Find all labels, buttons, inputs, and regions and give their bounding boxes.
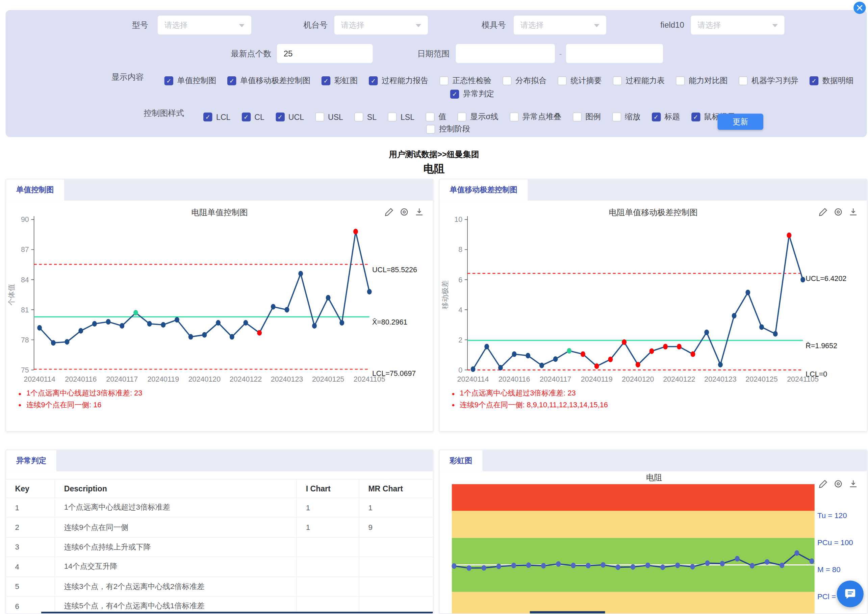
unchecked-box xyxy=(613,76,622,85)
date-range-separator: - xyxy=(557,44,564,63)
table-cell xyxy=(360,557,433,577)
edit-icon[interactable] xyxy=(818,479,828,489)
table-cell: 连续9个点在同一侧 xyxy=(55,518,297,537)
close-button[interactable] xyxy=(854,2,866,14)
checkbox-label: LCL xyxy=(216,112,230,121)
update-button[interactable]: 更新 xyxy=(718,114,763,130)
unchecked-box xyxy=(354,112,363,121)
svg-text:87: 87 xyxy=(21,245,29,254)
tab-anomaly-table[interactable]: 异常判定 xyxy=(6,450,56,471)
mrchart-canvas[interactable]: 0246810移动极差UCL=6.4202R̄=1.9652LCL=020240… xyxy=(440,214,868,397)
ichart-canvas[interactable]: 757881848790个体值UCL=85.5226X̄=80.2961LCL=… xyxy=(6,214,433,397)
tab-ichart[interactable]: 单值控制图 xyxy=(6,179,64,201)
download-icon[interactable] xyxy=(848,207,858,217)
svg-text:90: 90 xyxy=(21,216,29,223)
mrchart-panel: 单值移动极差控制图 电阻单值移动极差控制图 0246810移动极差UCL=6.4… xyxy=(439,179,868,432)
cutoff-content-sliver xyxy=(41,612,433,613)
chat-fab-button[interactable] xyxy=(837,581,863,607)
checkbox-LCL[interactable]: ✓LCL xyxy=(203,112,230,121)
checked-icon: ✓ xyxy=(322,76,330,85)
checkbox-数据明细[interactable]: ✓数据明细 xyxy=(809,76,854,86)
warning-text: 1个点远离中心线超过3倍标准差: 23 xyxy=(26,388,142,398)
select-型号[interactable]: 请选择 xyxy=(158,16,251,34)
warning-text: 连续9个点在同一侧: 8,9,10,11,12,13,14,15,16 xyxy=(460,400,608,410)
table-cell: 连续6个点持续上升或下降 xyxy=(55,538,297,557)
checkbox-正态性检验[interactable]: 正态性检验 xyxy=(440,76,491,86)
download-icon[interactable] xyxy=(414,207,424,217)
date-end-input[interactable] xyxy=(566,44,663,63)
checkbox-单值控制图[interactable]: ✓单值控制图 xyxy=(164,76,216,86)
checkbox-label: 异常点堆叠 xyxy=(522,112,561,122)
view-icon[interactable] xyxy=(834,479,843,489)
checkbox-能力对比图[interactable]: 能力对比图 xyxy=(676,76,727,86)
checkbox-SL[interactable]: SL xyxy=(354,112,377,121)
select-机台号[interactable]: 请选择 xyxy=(334,16,428,34)
ichart-tabbar: 单值控制图 xyxy=(6,179,433,201)
view-icon[interactable] xyxy=(834,207,843,217)
checkbox-显示σ线[interactable]: 显示σ线 xyxy=(457,112,498,122)
checkbox-label: SL xyxy=(367,112,377,121)
checkbox-控制阶段[interactable]: 控制阶段 xyxy=(426,124,470,135)
tab-mrchart[interactable]: 单值移动极差控制图 xyxy=(440,179,527,201)
checkbox-label: 显示σ线 xyxy=(470,112,499,122)
checkbox-label: 分布拟合 xyxy=(515,76,546,86)
checkbox-单值移动极差控制图[interactable]: ✓单值移动极差控制图 xyxy=(227,76,310,86)
checkbox-彩虹图[interactable]: ✓彩虹图 xyxy=(322,76,358,86)
ichart-panel: 单值控制图 电阻单值控制图 757881848790个体值UCL=85.5226… xyxy=(5,179,433,432)
svg-text:20240117: 20240117 xyxy=(540,375,572,383)
svg-text:20240114: 20240114 xyxy=(457,375,489,383)
checkbox-值[interactable]: 值 xyxy=(426,112,446,122)
select-模具号[interactable]: 请选择 xyxy=(514,16,606,34)
unchecked-box xyxy=(426,112,434,121)
checkbox-UCL[interactable]: ✓UCL xyxy=(276,112,304,121)
checkbox-图例[interactable]: 图例 xyxy=(572,112,601,122)
display-section-label: 显示内容 xyxy=(112,71,144,82)
select-field10[interactable]: 请选择 xyxy=(691,16,784,34)
checkbox-标题[interactable]: ✓标题 xyxy=(651,112,680,122)
checkbox-异常判定[interactable]: ✓异常判定 xyxy=(450,89,494,99)
warning-item: •1个点远离中心线超过3倍标准差: 23 xyxy=(18,388,142,399)
spc-dashboard: 型号请选择机台号请选择模具号请选择field10请选择 最新点个数 日期范围 -… xyxy=(0,0,868,614)
mrchart-warnings: •1个点远离中心线超过3倍标准差: 23•连续9个点在同一侧: 8,9,10,1… xyxy=(452,388,608,411)
svg-text:20240122: 20240122 xyxy=(230,375,262,383)
edit-icon[interactable] xyxy=(384,207,394,217)
filter-panel: 型号请选择机台号请选择模具号请选择field10请选择 最新点个数 日期范围 -… xyxy=(5,10,866,137)
svg-text:84: 84 xyxy=(21,276,29,284)
checkbox-分布拟合[interactable]: 分布拟合 xyxy=(502,76,546,86)
rainbow-canvas[interactable]: 电阻Tu = 120PCu = 100M = 80PCl = 60 xyxy=(440,471,868,614)
view-icon[interactable] xyxy=(400,207,409,217)
warning-item: •连续9个点在同一侧: 8,9,10,11,12,13,14,15,16 xyxy=(452,399,608,411)
checkbox-label: 能力对比图 xyxy=(689,76,727,86)
unchecked-box xyxy=(612,112,621,121)
tab-rainbow[interactable]: 彩虹图 xyxy=(440,450,482,471)
latest-points-input[interactable] xyxy=(277,44,373,63)
checkbox-label: 异常判定 xyxy=(463,89,494,99)
download-icon[interactable] xyxy=(848,479,858,489)
table-cell xyxy=(360,597,433,614)
edit-icon[interactable] xyxy=(818,207,828,217)
checkbox-异常点堆叠[interactable]: 异常点堆叠 xyxy=(510,112,561,122)
checkbox-统计摘要[interactable]: 统计摘要 xyxy=(558,76,601,86)
date-start-input[interactable] xyxy=(456,44,555,63)
checkbox-过程能力表[interactable]: 过程能力表 xyxy=(613,76,665,86)
checked-icon: ✓ xyxy=(691,112,700,121)
checkbox-机器学习判异[interactable]: 机器学习判异 xyxy=(739,76,798,86)
checked-icon: ✓ xyxy=(369,76,378,85)
checkbox-缩放[interactable]: 缩放 xyxy=(612,112,640,122)
chevron-down-icon xyxy=(594,24,599,27)
table-cell: 2 xyxy=(6,518,55,537)
rainbow-panel: 彩虹图 电阻Tu = 120PCu = 100M = 80PCl = 60 xyxy=(439,450,868,614)
svg-text:20240119: 20240119 xyxy=(581,375,613,383)
checked-icon: ✓ xyxy=(809,76,818,85)
table-cell: 1个点远离中心线超过3倍标准差 xyxy=(55,498,297,518)
checkbox-CL[interactable]: ✓CL xyxy=(242,112,264,121)
checkbox-USL[interactable]: USL xyxy=(315,112,343,121)
checkbox-label: 控制阶段 xyxy=(439,124,470,135)
svg-text:20240123: 20240123 xyxy=(271,375,303,383)
bullet-icon: • xyxy=(452,400,455,410)
ichart-toolbar xyxy=(384,207,424,217)
checked-icon: ✓ xyxy=(227,76,236,85)
checkbox-LSL[interactable]: LSL xyxy=(388,112,414,121)
chat-bubble-icon xyxy=(843,587,857,601)
checkbox-过程能力报告[interactable]: ✓过程能力报告 xyxy=(369,76,429,86)
